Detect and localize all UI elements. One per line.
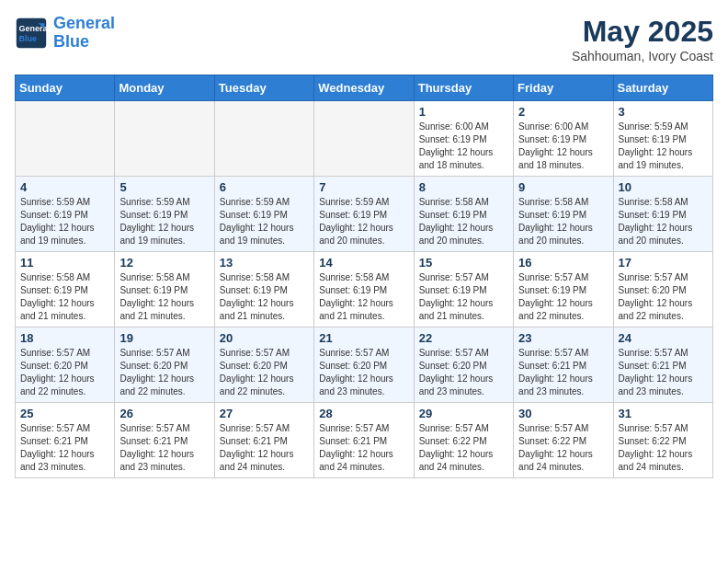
calendar-header-row: SundayMondayTuesdayWednesdayThursdayFrid… — [16, 75, 713, 101]
calendar-cell: 16Sunrise: 5:57 AM Sunset: 6:19 PM Dayli… — [514, 252, 613, 327]
day-number: 25 — [20, 407, 109, 420]
cell-text: Sunrise: 5:58 AM Sunset: 6:19 PM Dayligh… — [518, 196, 608, 247]
cell-text: Sunrise: 5:59 AM Sunset: 6:19 PM Dayligh… — [119, 196, 209, 247]
cell-text: Sunrise: 5:59 AM Sunset: 6:19 PM Dayligh… — [220, 196, 309, 247]
calendar-cell: 29Sunrise: 5:57 AM Sunset: 6:22 PM Dayli… — [414, 403, 513, 478]
logo-text-block: General Blue — [53, 15, 115, 52]
logo-name: General Blue — [53, 15, 115, 52]
cell-text: Sunrise: 5:58 AM Sunset: 6:19 PM Dayligh… — [20, 271, 109, 323]
weekday-header-friday: Friday — [514, 75, 613, 101]
calendar-cell: 15Sunrise: 5:57 AM Sunset: 6:19 PM Dayli… — [414, 252, 513, 327]
svg-text:Blue: Blue — [19, 34, 38, 43]
cell-text: Sunrise: 5:58 AM Sunset: 6:19 PM Dayligh… — [419, 196, 508, 247]
title-block: May 2025 Sahhouman, Ivory Coast — [572, 15, 713, 63]
calendar-cell: 5Sunrise: 5:59 AM Sunset: 6:19 PM Daylig… — [115, 177, 214, 252]
day-number: 8 — [419, 180, 508, 194]
calendar-cell: 11Sunrise: 5:58 AM Sunset: 6:19 PM Dayli… — [16, 252, 115, 327]
day-number: 17 — [619, 256, 708, 270]
cell-text: Sunrise: 5:58 AM Sunset: 6:19 PM Dayligh… — [319, 271, 408, 323]
calendar-cell: 13Sunrise: 5:58 AM Sunset: 6:19 PM Dayli… — [214, 252, 313, 327]
calendar-cell: 19Sunrise: 5:57 AM Sunset: 6:20 PM Dayli… — [115, 327, 214, 403]
day-number: 10 — [619, 180, 708, 194]
calendar-week-row: 1Sunrise: 6:00 AM Sunset: 6:19 PM Daylig… — [16, 101, 713, 177]
day-number: 15 — [419, 256, 508, 270]
cell-text: Sunrise: 5:57 AM Sunset: 6:22 PM Dayligh… — [619, 422, 708, 474]
calendar-cell — [214, 101, 313, 177]
day-number: 20 — [220, 331, 309, 345]
calendar-week-row: 11Sunrise: 5:58 AM Sunset: 6:19 PM Dayli… — [16, 252, 713, 327]
cell-text: Sunrise: 5:59 AM Sunset: 6:19 PM Dayligh… — [20, 196, 109, 247]
calendar-cell: 20Sunrise: 5:57 AM Sunset: 6:20 PM Dayli… — [214, 327, 313, 403]
calendar-cell — [115, 101, 214, 177]
calendar-cell: 27Sunrise: 5:57 AM Sunset: 6:21 PM Dayli… — [214, 403, 313, 478]
day-number: 28 — [319, 407, 408, 420]
calendar-cell: 30Sunrise: 5:57 AM Sunset: 6:22 PM Dayli… — [514, 403, 613, 478]
weekday-header-sunday: Sunday — [16, 75, 115, 101]
logo-general: General — [53, 14, 115, 32]
weekday-header-thursday: Thursday — [414, 75, 513, 101]
day-number: 22 — [419, 331, 508, 345]
calendar-cell: 9Sunrise: 5:58 AM Sunset: 6:19 PM Daylig… — [514, 177, 613, 252]
calendar-cell — [314, 101, 414, 177]
calendar-cell: 25Sunrise: 5:57 AM Sunset: 6:21 PM Dayli… — [16, 403, 115, 478]
cell-text: Sunrise: 5:57 AM Sunset: 6:21 PM Dayligh… — [319, 422, 408, 474]
calendar-table: SundayMondayTuesdayWednesdayThursdayFrid… — [15, 75, 713, 478]
day-number: 23 — [518, 331, 608, 345]
calendar-cell: 14Sunrise: 5:58 AM Sunset: 6:19 PM Dayli… — [314, 252, 414, 327]
calendar-cell: 24Sunrise: 5:57 AM Sunset: 6:21 PM Dayli… — [613, 327, 712, 403]
day-number: 26 — [119, 407, 209, 420]
calendar-cell: 3Sunrise: 5:59 AM Sunset: 6:19 PM Daylig… — [613, 101, 712, 177]
cell-text: Sunrise: 5:57 AM Sunset: 6:21 PM Dayligh… — [518, 347, 608, 398]
day-number: 2 — [518, 105, 608, 119]
day-number: 5 — [119, 180, 209, 194]
cell-text: Sunrise: 5:58 AM Sunset: 6:19 PM Dayligh… — [619, 196, 708, 247]
cell-text: Sunrise: 5:57 AM Sunset: 6:22 PM Dayligh… — [518, 422, 608, 474]
calendar-week-row: 4Sunrise: 5:59 AM Sunset: 6:19 PM Daylig… — [16, 177, 713, 252]
cell-text: Sunrise: 5:57 AM Sunset: 6:19 PM Dayligh… — [518, 271, 608, 323]
calendar-cell: 18Sunrise: 5:57 AM Sunset: 6:20 PM Dayli… — [16, 327, 115, 403]
calendar-cell: 12Sunrise: 5:58 AM Sunset: 6:19 PM Dayli… — [115, 252, 214, 327]
location: Sahhouman, Ivory Coast — [572, 49, 713, 63]
calendar-cell: 21Sunrise: 5:57 AM Sunset: 6:20 PM Dayli… — [314, 327, 414, 403]
cell-text: Sunrise: 6:00 AM Sunset: 6:19 PM Dayligh… — [518, 121, 608, 172]
cell-text: Sunrise: 5:57 AM Sunset: 6:21 PM Dayligh… — [20, 422, 109, 474]
calendar-cell: 4Sunrise: 5:59 AM Sunset: 6:19 PM Daylig… — [16, 177, 115, 252]
cell-text: Sunrise: 5:57 AM Sunset: 6:20 PM Dayligh… — [20, 347, 109, 398]
cell-text: Sunrise: 5:57 AM Sunset: 6:19 PM Dayligh… — [419, 271, 508, 323]
day-number: 30 — [518, 407, 608, 420]
day-number: 19 — [119, 331, 209, 345]
calendar-cell: 31Sunrise: 5:57 AM Sunset: 6:22 PM Dayli… — [613, 403, 712, 478]
cell-text: Sunrise: 5:57 AM Sunset: 6:21 PM Dayligh… — [619, 347, 708, 398]
day-number: 16 — [518, 256, 608, 270]
day-number: 12 — [119, 256, 209, 270]
day-number: 31 — [619, 407, 708, 420]
day-number: 21 — [319, 331, 408, 345]
calendar-week-row: 25Sunrise: 5:57 AM Sunset: 6:21 PM Dayli… — [16, 403, 713, 478]
calendar-cell: 6Sunrise: 5:59 AM Sunset: 6:19 PM Daylig… — [214, 177, 313, 252]
cell-text: Sunrise: 5:57 AM Sunset: 6:20 PM Dayligh… — [619, 271, 708, 323]
calendar-week-row: 18Sunrise: 5:57 AM Sunset: 6:20 PM Dayli… — [16, 327, 713, 403]
day-number: 4 — [20, 180, 109, 194]
logo-icon: General Blue — [15, 17, 48, 50]
weekday-header-tuesday: Tuesday — [214, 75, 313, 101]
day-number: 18 — [20, 331, 109, 345]
calendar-cell: 22Sunrise: 5:57 AM Sunset: 6:20 PM Dayli… — [414, 327, 513, 403]
cell-text: Sunrise: 5:57 AM Sunset: 6:20 PM Dayligh… — [319, 347, 408, 398]
calendar-cell: 8Sunrise: 5:58 AM Sunset: 6:19 PM Daylig… — [414, 177, 513, 252]
day-number: 24 — [619, 331, 708, 345]
calendar-cell: 17Sunrise: 5:57 AM Sunset: 6:20 PM Dayli… — [613, 252, 712, 327]
cell-text: Sunrise: 5:57 AM Sunset: 6:22 PM Dayligh… — [419, 422, 508, 474]
day-number: 27 — [220, 407, 309, 420]
day-number: 7 — [319, 180, 408, 194]
cell-text: Sunrise: 5:57 AM Sunset: 6:20 PM Dayligh… — [119, 347, 209, 398]
cell-text: Sunrise: 5:57 AM Sunset: 6:20 PM Dayligh… — [220, 347, 309, 398]
cell-text: Sunrise: 5:59 AM Sunset: 6:19 PM Dayligh… — [319, 196, 408, 247]
cell-text: Sunrise: 5:59 AM Sunset: 6:19 PM Dayligh… — [619, 121, 708, 172]
weekday-header-monday: Monday — [115, 75, 214, 101]
cell-text: Sunrise: 5:57 AM Sunset: 6:21 PM Dayligh… — [220, 422, 309, 474]
day-number: 3 — [619, 105, 708, 119]
cell-text: Sunrise: 5:57 AM Sunset: 6:20 PM Dayligh… — [419, 347, 508, 398]
day-number: 9 — [518, 180, 608, 194]
logo-blue: Blue — [53, 32, 89, 51]
weekday-header-saturday: Saturday — [613, 75, 712, 101]
